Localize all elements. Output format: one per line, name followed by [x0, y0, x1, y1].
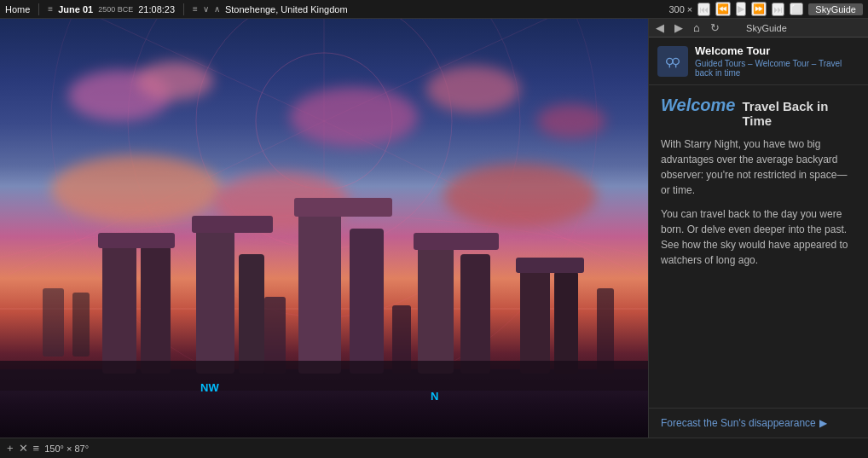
welcome-label: Welcome	[661, 96, 735, 115]
guided-tours-icon	[663, 52, 682, 71]
panel-back-button[interactable]: ◀	[654, 21, 666, 34]
svg-rect-31	[0, 361, 648, 391]
svg-rect-25	[520, 263, 550, 374]
bottom-bar: + ✕ ≡ 150° × 87°	[0, 438, 868, 458]
tour-header-text: Welcome Tour Guided Tours – Welcome Tour…	[695, 44, 859, 78]
svg-point-33	[673, 58, 679, 64]
svg-rect-16	[196, 220, 234, 374]
tour-header: Welcome Tour Guided Tours – Welcome Tour…	[649, 38, 868, 85]
transport-prev-prev[interactable]: ⏮	[697, 3, 710, 16]
date-display: June 01	[58, 4, 93, 14]
svg-point-32	[667, 58, 673, 64]
stonehenge-silhouette	[0, 135, 648, 391]
tour-breadcrumb: Guided Tours – Welcome Tour – Travel bac…	[695, 59, 859, 78]
panel-forward-button[interactable]: ▶	[673, 21, 685, 34]
top-bar: Home ≡ June 01 2500 BCE 21:08:23 ≡ ∨ ∧ S…	[0, 0, 868, 19]
speed-display: 300 ×	[668, 4, 692, 14]
transport-next[interactable]: ⏩	[751, 2, 767, 16]
svg-rect-26	[554, 271, 578, 374]
svg-rect-23	[460, 254, 490, 374]
panel-top-bar: ◀ ▶ ⌂ ↻ SkyGuide	[649, 19, 868, 38]
menu-icon[interactable]: ≡	[48, 4, 53, 14]
chevron-down-icon[interactable]: ∨	[203, 4, 209, 14]
transport-prev[interactable]: ⏪	[715, 2, 731, 16]
crosshair-plus-icon: +	[7, 442, 14, 455]
location-display: Stonehenge, United Kingdom	[225, 4, 348, 14]
svg-rect-22	[418, 237, 454, 374]
forecast-link[interactable]: Forecast the Sun's disappearance ▶	[661, 417, 856, 429]
svg-rect-20	[350, 229, 384, 374]
svg-rect-27	[516, 258, 584, 273]
svg-rect-15	[98, 233, 175, 248]
tour-icon-box	[657, 46, 688, 77]
main-area: NW N ◀ ▶ ⌂ ↻ SkyGuide	[0, 19, 868, 438]
svg-rect-14	[141, 246, 171, 374]
svg-rect-11	[43, 288, 64, 357]
sky-viewport[interactable]: NW N	[0, 19, 648, 438]
svg-rect-13	[102, 237, 136, 374]
time-display: 21:08:23	[138, 4, 175, 14]
menu2-icon[interactable]: ≡	[193, 4, 198, 14]
cloud-4	[426, 66, 520, 113]
panel-body-1: With Starry Night, you have two big adva…	[661, 136, 856, 198]
svg-rect-21	[294, 198, 392, 217]
svg-rect-19	[298, 203, 341, 374]
svg-rect-17	[239, 254, 264, 374]
cloud-2	[136, 61, 213, 100]
panel-home-button[interactable]: ⌂	[692, 21, 702, 34]
transport-next-next[interactable]: ⏭	[772, 3, 784, 16]
panel-heading-row: Welcome Travel Back in Time	[661, 96, 856, 128]
svg-rect-12	[72, 293, 90, 357]
panel-heading: Travel Back in Time	[742, 99, 856, 128]
home-button[interactable]: Home	[5, 4, 30, 14]
svg-rect-18	[192, 216, 273, 233]
panel-content: Welcome Travel Back in Time With Starry …	[649, 85, 868, 408]
panel-refresh-button[interactable]: ↻	[709, 21, 721, 34]
crosshair-x-icon: ✕	[19, 442, 28, 455]
side-panel: ◀ ▶ ⌂ ↻ SkyGuide Welcome Tour	[648, 19, 868, 438]
panel-title: SkyGuide	[746, 23, 787, 33]
lines-icon: ≡	[33, 442, 40, 455]
coordinates-display: 150° × 87°	[44, 444, 89, 454]
year-display: 2500 BCE	[98, 5, 133, 14]
cloud-5	[537, 104, 605, 138]
transport-play[interactable]: ▶	[736, 2, 746, 16]
panel-footer: Forecast the Sun's disappearance ▶	[649, 408, 868, 438]
panel-body-2: You can travel back to the day you were …	[661, 206, 856, 268]
chevron-up-icon[interactable]: ∧	[214, 4, 220, 14]
svg-rect-24	[414, 233, 499, 250]
direction-n: N	[431, 390, 438, 403]
direction-nw: NW	[200, 381, 219, 394]
skyguide-button[interactable]: SkyGuide	[808, 3, 863, 15]
tour-title: Welcome Tour	[695, 44, 859, 57]
fullscreen-button[interactable]: ⬜	[790, 3, 803, 15]
